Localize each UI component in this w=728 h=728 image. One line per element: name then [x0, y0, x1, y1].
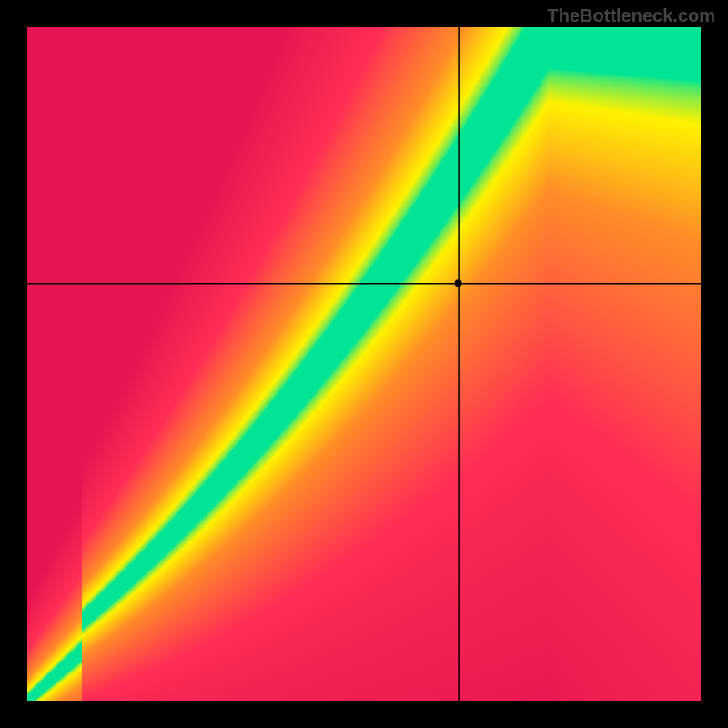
heatmap-canvas: [27, 27, 701, 701]
watermark-text: TheBottleneck.com: [548, 5, 715, 26]
bottleneck-heatmap: [27, 27, 701, 701]
